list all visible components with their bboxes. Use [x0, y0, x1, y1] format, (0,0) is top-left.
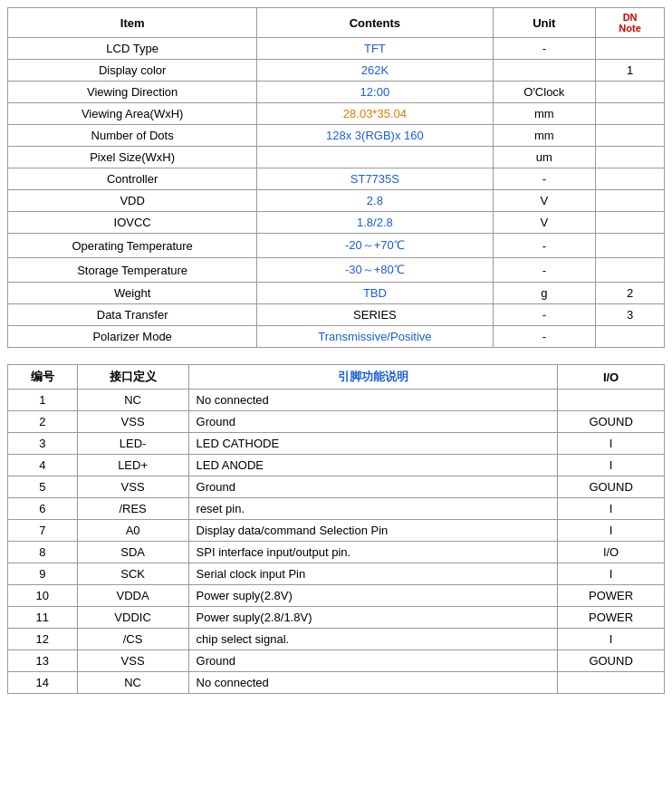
pin-col-io: I/O	[558, 365, 665, 390]
pin-no: 8	[8, 542, 78, 563]
pin-interface: /CS	[77, 629, 188, 650]
spec-note	[596, 147, 665, 168]
spec-contents: -30～+80℃	[257, 258, 493, 283]
spec-contents: 2.8	[257, 190, 493, 212]
spec-contents: 12:00	[257, 82, 493, 103]
spec-unit: -	[493, 304, 596, 326]
pin-desc: No connected	[188, 672, 558, 694]
pin-interface: VDDIC	[77, 607, 188, 629]
spec-note	[596, 103, 665, 125]
spec-note: 1	[596, 60, 665, 82]
spec-item: Weight	[8, 283, 257, 304]
spec-table: Item Contents Unit DNNote LCD TypeTFT-Di…	[7, 7, 665, 348]
table-row: 13VSSGroundGOUND	[8, 650, 665, 672]
spec-note	[596, 168, 665, 190]
pin-desc: Display data/command Selection Pin	[188, 520, 558, 542]
spec-note	[596, 190, 665, 212]
spec-note	[596, 212, 665, 234]
pin-io: GOUND	[558, 411, 665, 433]
table-row: 4LED+LED ANODEI	[8, 455, 665, 476]
pin-no: 14	[8, 672, 78, 694]
table-row: 1NCNo connected	[8, 390, 665, 411]
spec-note	[596, 234, 665, 258]
pin-interface: LED+	[77, 455, 188, 476]
pin-io: I	[558, 498, 665, 520]
pin-col-interface: 接口定义	[77, 365, 188, 390]
spec-note	[596, 82, 665, 103]
table-row: LCD TypeTFT-	[8, 38, 665, 60]
table-row: 11VDDICPower suply(2.8/1.8V)POWER	[8, 607, 665, 629]
spec-item: VDD	[8, 190, 257, 212]
spec-unit: -	[493, 38, 596, 60]
pin-desc: LED CATHODE	[188, 433, 558, 455]
table-row: 14NCNo connected	[8, 672, 665, 694]
pin-desc: LED ANODE	[188, 455, 558, 476]
spec-unit: -	[493, 326, 596, 348]
spec-unit: um	[493, 147, 596, 168]
table-row: 9SCKSerial clock input PinI	[8, 563, 665, 585]
spec-unit: -	[493, 168, 596, 190]
table-row: Viewing Area(WxH)28.03*35.04mm	[8, 103, 665, 125]
table-row: ControllerST7735S-	[8, 168, 665, 190]
spec-item: Pixel Size(WxH)	[8, 147, 257, 168]
table-row: Polarizer ModeTransmissive/Positive-	[8, 326, 665, 348]
spec-note	[596, 326, 665, 348]
table-row: Display color262K1	[8, 60, 665, 82]
spec-item: Number of Dots	[8, 125, 257, 147]
table-row: Pixel Size(WxH)um	[8, 147, 665, 168]
spec-item: IOVCC	[8, 212, 257, 234]
spec-contents	[257, 147, 493, 168]
spec-unit: -	[493, 258, 596, 283]
pin-col-no: 编号	[8, 365, 78, 390]
pin-desc: Serial clock input Pin	[188, 563, 558, 585]
pin-desc: reset pin.	[188, 498, 558, 520]
table-row: Number of Dots128x 3(RGB)x 160mm	[8, 125, 665, 147]
spec-item: Polarizer Mode	[8, 326, 257, 348]
spec-item: Viewing Area(WxH)	[8, 103, 257, 125]
spec-contents: -20～+70℃	[257, 234, 493, 258]
col-item: Item	[8, 8, 257, 38]
pin-desc: Power suply(2.8V)	[188, 585, 558, 607]
table-row: 5VSSGroundGOUND	[8, 476, 665, 498]
spec-item: Viewing Direction	[8, 82, 257, 103]
pin-io: POWER	[558, 607, 665, 629]
spec-contents: 128x 3(RGB)x 160	[257, 125, 493, 147]
spec-item: Data Transfer	[8, 304, 257, 326]
col-contents: Contents	[257, 8, 493, 38]
pin-no: 4	[8, 455, 78, 476]
spec-contents: 28.03*35.04	[257, 103, 493, 125]
pin-no: 13	[8, 650, 78, 672]
pin-interface: VSS	[77, 650, 188, 672]
pin-no: 12	[8, 629, 78, 650]
spec-item: Controller	[8, 168, 257, 190]
pin-interface: /RES	[77, 498, 188, 520]
spec-unit: mm	[493, 125, 596, 147]
pin-interface: LED-	[77, 433, 188, 455]
pin-io: GOUND	[558, 650, 665, 672]
table-row: 8SDASPI interface input/output pin.I/O	[8, 542, 665, 563]
spec-item: Display color	[8, 60, 257, 82]
spec-note	[596, 38, 665, 60]
spec-unit: -	[493, 234, 596, 258]
pin-interface: SCK	[77, 563, 188, 585]
pin-no: 1	[8, 390, 78, 411]
table-row: 6/RESreset pin.I	[8, 498, 665, 520]
table-row: 2VSSGroundGOUND	[8, 411, 665, 433]
table-row: Data TransferSERIES-3	[8, 304, 665, 326]
table-row: 7A0Display data/command Selection PinI	[8, 520, 665, 542]
pin-no: 6	[8, 498, 78, 520]
pin-desc: Ground	[188, 476, 558, 498]
spec-contents: TBD	[257, 283, 493, 304]
pin-no: 11	[8, 607, 78, 629]
spec-unit: V	[493, 212, 596, 234]
pin-no: 10	[8, 585, 78, 607]
spec-item: Operating Temperature	[8, 234, 257, 258]
pin-no: 7	[8, 520, 78, 542]
pin-interface: VSS	[77, 411, 188, 433]
pin-table: 编号 接口定义 引脚功能说明 I/O 1NCNo connected2VSSGr…	[7, 364, 665, 694]
spec-contents: 1.8/2.8	[257, 212, 493, 234]
pin-io: I	[558, 563, 665, 585]
spec-unit: O'Clock	[493, 82, 596, 103]
pin-io: I	[558, 433, 665, 455]
table-row: 3LED-LED CATHODEI	[8, 433, 665, 455]
